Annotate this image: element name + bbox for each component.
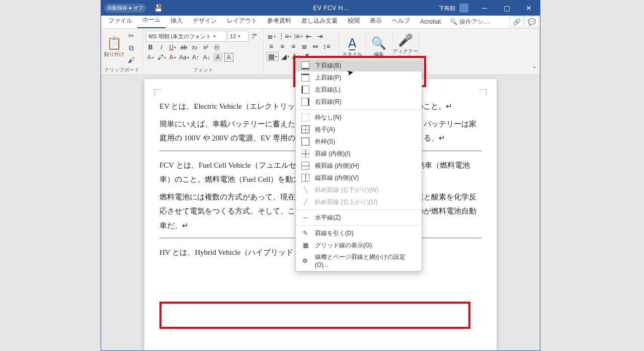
menu-separator xyxy=(296,109,422,110)
menu-item-horizontal-line[interactable]: ─水平線(Z) xyxy=(296,212,422,224)
grow-font-icon[interactable]: A↑ xyxy=(191,53,200,62)
tab-home[interactable]: ホーム xyxy=(137,14,166,28)
tab-insert[interactable]: 挿入 xyxy=(166,15,188,28)
ruby-icon[interactable]: ア xyxy=(250,32,259,41)
indent-dec-icon[interactable]: ⇤ xyxy=(304,32,313,41)
quick-access-toolbar: 💾 ↶ ↻ ▭ ▾ xyxy=(153,3,224,13)
bullets-icon[interactable]: ≣▾ xyxy=(267,32,276,41)
undo-icon[interactable]: ↶ xyxy=(169,3,179,13)
menu-item-border-diag-down: ╲斜め罫線 (右下がり)(W) xyxy=(296,184,422,196)
text-effects-icon[interactable]: A▾ xyxy=(146,53,155,62)
superscript-button[interactable]: x² xyxy=(201,43,210,52)
customize-qat-icon[interactable]: ▾ xyxy=(214,3,224,13)
menu-item-border-diag-up: ╱斜め罫線 (右上がり)(U) xyxy=(296,196,422,208)
user-name[interactable]: 下島朗 xyxy=(439,5,455,12)
align-center-icon[interactable]: ≡ xyxy=(278,42,287,51)
indent-inc-icon[interactable]: ⇥ xyxy=(315,32,325,41)
tell-me-search[interactable]: 🔍 操作アシ… xyxy=(446,16,493,28)
styles-icon: A̲ xyxy=(348,36,356,50)
multilevel-icon[interactable]: ⁝≡▾ xyxy=(293,32,302,41)
menu-item-view-gridlines[interactable]: ▦グリッド線の表示(G) xyxy=(296,239,422,251)
ribbon-tabs: ファイル ホーム 挿入 デザイン レイアウト 参考資料 差し込み文書 校閲 表示… xyxy=(101,16,540,29)
distribute-icon[interactable]: ⇔ xyxy=(311,42,320,51)
menu-item-border-inside[interactable]: 罫線 (内側)(I) xyxy=(296,148,422,160)
bold-button[interactable]: B xyxy=(146,43,155,52)
group-font: MS 明朝 (本文のフォント▾ 12▾ ア B I U▾ ab x₂ x² ㊕ … xyxy=(143,29,264,75)
menu-item-border-top[interactable]: 上罫線(P) xyxy=(296,72,422,84)
tab-file[interactable]: ファイル xyxy=(103,15,137,28)
enclose-chars-icon[interactable]: ㊕ xyxy=(212,43,221,52)
change-case-icon[interactable]: Aa▾ xyxy=(179,53,189,62)
highlight-icon[interactable]: 🖍▾ xyxy=(157,53,166,62)
font-family-combo[interactable]: MS 明朝 (本文のフォント▾ xyxy=(146,31,226,42)
mic-icon: 🎤 xyxy=(398,33,413,47)
menu-item-border-outside[interactable]: 外枠(S) xyxy=(296,135,422,148)
dictation-button[interactable]: 🎤 ディクテー ション xyxy=(395,31,416,62)
save-icon[interactable]: 💾 xyxy=(153,3,164,13)
margin-corner-icon xyxy=(154,89,162,96)
shading-icon[interactable]: ◢▾ xyxy=(281,52,290,61)
format-painter-icon[interactable]: 🖌 xyxy=(126,55,136,65)
font-size-combo[interactable]: 12▾ xyxy=(227,31,249,42)
margin-corner-icon xyxy=(479,89,487,96)
justify-icon[interactable]: ≣ xyxy=(300,42,309,51)
menu-item-border-settings[interactable]: ⚙線種とページ罫線と網かけの設定(O)... xyxy=(296,251,422,270)
touch-mode-icon[interactable]: ▭ xyxy=(199,3,209,13)
align-right-icon[interactable]: ≡ xyxy=(289,42,298,51)
autosave-toggle[interactable]: 自動保存 ● オフ xyxy=(104,4,146,13)
strike-button[interactable]: ab xyxy=(179,43,188,52)
styles-button[interactable]: A̲ スタイル xyxy=(342,31,362,62)
tab-design[interactable]: デザイン xyxy=(188,15,222,28)
borders-dropdown-button[interactable]: ▦▾ xyxy=(267,52,279,61)
maximize-button[interactable]: ▢ xyxy=(496,1,518,16)
redo-icon[interactable]: ↻ xyxy=(184,3,194,13)
tab-mailings[interactable]: 差し込み文書 xyxy=(296,15,343,28)
borders-dropdown-menu: 下罫線(B) 上罫線(P) 左罫線(L) 右罫線(R) 枠なし(N) 格子(A)… xyxy=(295,58,422,271)
menu-item-draw-border[interactable]: ✎罫線を引く(D) xyxy=(296,227,422,239)
menu-separator xyxy=(296,209,422,210)
collapse-ribbon-icon[interactable]: ⌃ xyxy=(532,65,537,73)
menu-item-border-none[interactable]: 枠なし(N) xyxy=(296,111,422,123)
editing-button[interactable]: 🔍 編集 xyxy=(369,31,389,62)
shrink-font-icon[interactable]: A↓ xyxy=(202,53,211,62)
group-clipboard: 📋 貼り付け ✂ ⧉ 🖌 クリップボード xyxy=(101,29,143,75)
menu-separator xyxy=(296,225,422,226)
subscript-button[interactable]: x₂ xyxy=(190,43,199,52)
tab-review[interactable]: 校閲 xyxy=(343,15,365,28)
paste-icon: 📋 xyxy=(107,36,122,50)
menu-item-border-bottom[interactable]: 下罫線(B) xyxy=(296,59,422,72)
line-spacing-icon[interactable]: ↕≡ xyxy=(322,42,331,51)
menu-item-border-right[interactable]: 右罫線(R) xyxy=(296,96,422,108)
word-window: 自動保存 ● オフ 💾 ↶ ↻ ▭ ▾ EV FCV H… 下島朗 ─ ▢ ✕ … xyxy=(101,0,540,351)
numbering-icon[interactable]: ⋮≡▾ xyxy=(278,32,291,41)
close-button[interactable]: ✕ xyxy=(518,1,540,16)
minimize-button[interactable]: ─ xyxy=(473,1,496,16)
share-button[interactable]: 🔗 xyxy=(510,16,524,27)
paste-button[interactable]: 📋 貼り付け xyxy=(104,31,124,62)
tab-help[interactable]: ヘルプ xyxy=(387,15,415,28)
menu-item-border-inside-v[interactable]: 縦罫線 (内側)(V) xyxy=(296,172,422,184)
tab-view[interactable]: 表示 xyxy=(365,15,387,28)
italic-button[interactable]: I xyxy=(157,43,166,52)
titlebar: 自動保存 ● オフ 💾 ↶ ↻ ▭ ▾ EV FCV H… 下島朗 ─ ▢ ✕ xyxy=(101,1,540,16)
underline-button[interactable]: U▾ xyxy=(168,43,177,52)
user-avatar-icon[interactable] xyxy=(459,4,468,13)
comments-button[interactable]: 💬 xyxy=(525,16,539,27)
menu-item-border-all[interactable]: 格子(A) xyxy=(296,123,422,135)
group-label-font: フォント xyxy=(146,65,260,75)
char-border-icon[interactable]: A xyxy=(224,53,233,62)
group-label-clipboard: クリップボード xyxy=(104,65,139,75)
tab-acrobat[interactable]: Acrobat xyxy=(415,16,446,28)
menu-item-border-inside-h[interactable]: 横罫線 (内側)(H) xyxy=(296,160,422,172)
find-icon: 🔍 xyxy=(371,36,386,50)
char-shading-icon[interactable]: A xyxy=(213,53,222,62)
copy-icon[interactable]: ⧉ xyxy=(126,43,136,53)
cut-icon[interactable]: ✂ xyxy=(126,31,136,41)
tab-layout[interactable]: レイアウト xyxy=(222,15,262,28)
font-color-icon[interactable]: A▾ xyxy=(168,53,177,62)
tab-references[interactable]: 参考資料 xyxy=(262,15,296,28)
align-left-icon[interactable]: ≡ xyxy=(267,42,276,51)
menu-item-border-left[interactable]: 左罫線(L) xyxy=(296,84,422,96)
window-title: EV FCV H… xyxy=(224,5,439,12)
